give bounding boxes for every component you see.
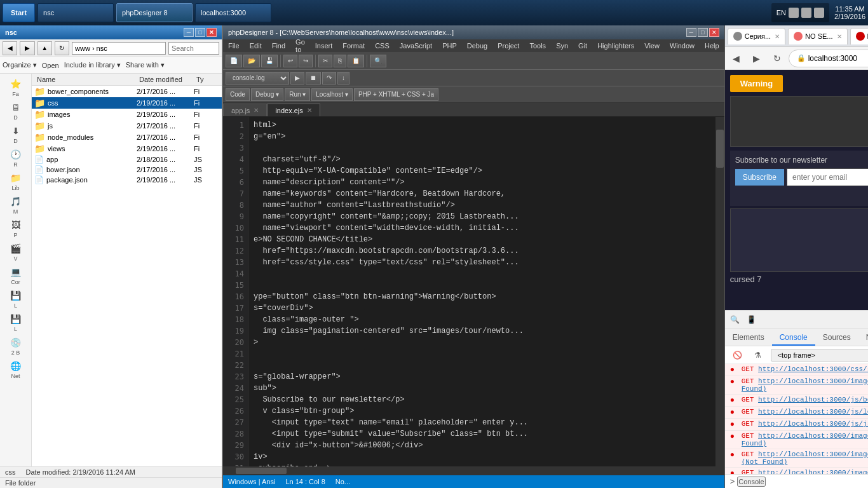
- hscroll-thumb[interactable]: [236, 468, 287, 474]
- browser-url-input[interactable]: [808, 54, 868, 63]
- error-link-5[interactable]: http://localhost:3000/images/at_spotify.…: [742, 432, 868, 447]
- nav-up-button[interactable]: ▲: [37, 41, 52, 55]
- file-item-views[interactable]: 📁views 2/19/2016 ... Fi: [32, 143, 222, 154]
- vertical-scrollbar[interactable]: [715, 117, 724, 466]
- tab-index-ejs[interactable]: index.ejs ✕: [267, 104, 320, 116]
- sidebar-item-videos[interactable]: 🎬V: [0, 241, 31, 263]
- col-date[interactable]: Date modified: [137, 74, 194, 85]
- file-item-images[interactable]: 📁images 2/19/2016 ... Fi: [32, 109, 222, 120]
- editor-minimize-button[interactable]: ─: [686, 28, 696, 37]
- search-input[interactable]: [168, 42, 219, 55]
- taskbar-item-phpdesigner[interactable]: phpDesigner 8: [116, 3, 193, 22]
- sidebar-item-libraries[interactable]: 📁Lib: [0, 170, 31, 193]
- email-input[interactable]: [787, 168, 868, 186]
- browser-tab-epic[interactable]: Epic M... ✕: [850, 28, 868, 44]
- stop-console-button[interactable]: ⏹: [306, 72, 321, 85]
- sidebar-item-network[interactable]: 🌐Net: [0, 358, 31, 381]
- menu-file[interactable]: File: [223, 39, 245, 52]
- taskbar-item-nsc[interactable]: nsc: [37, 3, 114, 22]
- debug-tab-button[interactable]: Debug ▾: [251, 88, 283, 101]
- editor-close-button[interactable]: ✕: [709, 28, 719, 37]
- browser-forward-button[interactable]: ▶: [748, 50, 766, 67]
- menu-find[interactable]: Find: [267, 39, 290, 52]
- sidebar-item-downloads[interactable]: ⬇D: [0, 123, 31, 146]
- devtools-tab-sources[interactable]: Sources: [815, 330, 858, 346]
- menu-tools[interactable]: Tools: [524, 39, 551, 52]
- address-bar[interactable]: [72, 42, 166, 55]
- warning-button[interactable]: Warning: [730, 75, 783, 92]
- step-over-button[interactable]: ↷: [322, 72, 336, 85]
- filter-icon[interactable]: ⚗: [750, 348, 766, 363]
- menu-javascript[interactable]: JavaScript: [395, 39, 437, 52]
- browser-tab-seria[interactable]: Серия... ✕: [728, 28, 785, 44]
- menu-syn[interactable]: Syn: [551, 39, 573, 52]
- include-in-library-button[interactable]: Include in library ▾: [64, 61, 121, 69]
- save-button[interactable]: 💾: [261, 55, 278, 67]
- file-item-bower-components[interactable]: 📁bower_components 2/17/2016 ... Fi: [32, 86, 222, 97]
- menu-php[interactable]: PHP: [437, 39, 462, 52]
- tab-close-seria[interactable]: ✕: [775, 33, 780, 40]
- col-name[interactable]: Name: [34, 74, 137, 85]
- menu-format[interactable]: Format: [337, 39, 370, 52]
- sidebar-item-desktop[interactable]: 🖥D: [0, 100, 31, 122]
- menu-edit[interactable]: Edit: [245, 39, 267, 52]
- sidebar-item-computer[interactable]: 💻Cor: [0, 264, 31, 287]
- menu-insert[interactable]: Insert: [310, 39, 338, 52]
- code-area[interactable]: html> g="en"> charset="utf-8"/> http-equ…: [248, 117, 715, 466]
- copy-button[interactable]: ⎘: [334, 55, 346, 67]
- code-tab-button[interactable]: Code: [226, 88, 250, 101]
- sidebar-item-music[interactable]: 🎵M: [0, 194, 31, 216]
- run-tab-button[interactable]: Run ▾: [285, 88, 310, 101]
- devtools-tab-elements[interactable]: Elements: [725, 330, 772, 346]
- menu-git[interactable]: Git: [573, 39, 592, 52]
- file-item-js[interactable]: 📁js 2/17/2016 ... Fi: [32, 120, 222, 132]
- maximize-button[interactable]: □: [195, 28, 205, 37]
- clear-console-button[interactable]: 🚫: [730, 348, 745, 363]
- find-button[interactable]: 🔍: [370, 55, 386, 67]
- paste-button[interactable]: 📋: [348, 55, 364, 67]
- error-link-4[interactable]: http://localhost:3000/js/js.js: [758, 420, 868, 428]
- menu-highlighters[interactable]: Highlighters: [592, 39, 639, 52]
- open-file-button[interactable]: 📂: [243, 55, 260, 67]
- menu-help[interactable]: Help: [700, 39, 724, 52]
- step-into-button[interactable]: ↓: [337, 72, 349, 85]
- cut-button[interactable]: ✂: [318, 55, 332, 67]
- minimize-button[interactable]: ─: [184, 28, 194, 37]
- menu-view[interactable]: View: [639, 39, 665, 52]
- start-button[interactable]: Start: [3, 3, 35, 22]
- close-newsletter-button[interactable]: ✕: [735, 189, 868, 201]
- mode-button[interactable]: PHP + XHTML + CSS + Ja: [354, 88, 438, 101]
- error-link-6[interactable]: http://localhost:3000/images/logotranspa…: [742, 451, 868, 466]
- nav-forward-button[interactable]: ▶: [20, 41, 34, 55]
- menu-goto[interactable]: Go to: [290, 39, 310, 52]
- organize-button[interactable]: Organize ▾: [3, 61, 37, 69]
- file-item-bower-json[interactable]: 📄bower.json 2/17/2016 ... JS: [32, 165, 222, 175]
- tab-close-nose[interactable]: ✕: [837, 33, 842, 40]
- run-console-button[interactable]: ▶: [290, 72, 304, 85]
- file-item-package-json[interactable]: 📄package.json 2/19/2016 ... JS: [32, 175, 222, 185]
- share-with-button[interactable]: Share with ▾: [126, 61, 165, 69]
- menu-project[interactable]: Project: [492, 39, 524, 52]
- sidebar-item-b[interactable]: 💿2 B: [0, 335, 31, 357]
- menu-window[interactable]: Window: [665, 39, 700, 52]
- file-item-node-modules[interactable]: 📁node_modules 2/17/2016 ... Fi: [32, 132, 222, 143]
- error-link-7[interactable]: http://localhost:3000/images/soon.jpg 40…: [758, 469, 868, 474]
- sidebar-item-favorites[interactable]: ⭐Fa: [0, 76, 31, 98]
- open-button[interactable]: Open: [42, 62, 59, 69]
- redo-button[interactable]: ↪: [299, 55, 313, 67]
- error-link-3[interactable]: http://localhost:3000/js/less.js: [758, 408, 868, 416]
- tab-app-js-close[interactable]: ✕: [254, 107, 259, 114]
- sidebar-item-pictures[interactable]: 🖼P: [0, 217, 31, 240]
- browser-back-button[interactable]: ◀: [728, 50, 745, 67]
- browser-tab-nose[interactable]: NO SE... ✕: [788, 28, 847, 44]
- scrollbar-thumb[interactable]: [716, 130, 724, 168]
- error-link-0[interactable]: http://localhost:3000/css/style.css: [758, 365, 868, 373]
- sidebar-item-recent[interactable]: 🕐R: [0, 147, 31, 169]
- taskbar-item-browser[interactable]: localhost:3000: [195, 3, 271, 22]
- file-item-app[interactable]: 📄app 2/18/2016 ... JS: [32, 154, 222, 165]
- menu-debug[interactable]: Debug: [462, 39, 492, 52]
- devtools-tab-console[interactable]: Console: [772, 330, 815, 346]
- sidebar-item-local[interactable]: 💾L: [0, 288, 31, 310]
- nav-back-button[interactable]: ◀: [3, 41, 17, 55]
- editor-maximize-button[interactable]: □: [698, 28, 708, 37]
